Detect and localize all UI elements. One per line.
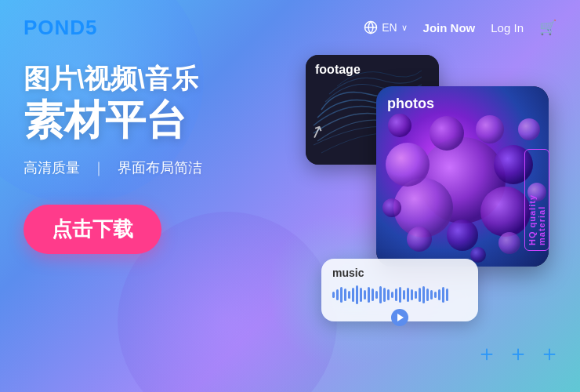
wave-bar xyxy=(403,290,405,299)
hq-label: HQ quality material xyxy=(524,149,549,251)
cart-icon[interactable]: 🛒 xyxy=(539,19,556,36)
wave-bar xyxy=(391,292,393,298)
wave-bar xyxy=(364,290,366,299)
footage-label: footage xyxy=(315,63,361,77)
wave-bar xyxy=(356,285,358,304)
join-now-button[interactable]: Join Now xyxy=(423,21,476,34)
cta-button[interactable]: 点击下载 xyxy=(24,205,161,254)
logo: POND5 xyxy=(24,16,98,40)
svg-point-12 xyxy=(447,220,478,251)
wave-bar xyxy=(383,288,386,302)
wave-bar xyxy=(348,291,350,299)
wave-bar xyxy=(430,290,433,299)
wave-bar xyxy=(426,289,429,301)
svg-point-13 xyxy=(407,227,432,252)
wave-bar xyxy=(419,288,421,302)
svg-point-10 xyxy=(388,114,411,137)
svg-point-11 xyxy=(518,118,540,140)
wave-bar xyxy=(438,289,440,300)
chevron-down-icon: ∨ xyxy=(401,23,408,33)
photos-label: photos xyxy=(387,96,434,112)
svg-point-8 xyxy=(430,116,464,151)
wave-bar xyxy=(379,286,382,303)
navigation: EN ∨ Join Now Log In 🛒 xyxy=(364,19,556,36)
music-card: music xyxy=(321,259,478,321)
plus-signs: ＋ ＋ ＋ xyxy=(476,339,560,368)
language-selector[interactable]: EN ∨ xyxy=(364,20,407,34)
svg-point-15 xyxy=(382,198,401,217)
music-label: music xyxy=(332,267,467,279)
main-container: POND5 EN ∨ Join Now Log In 🛒 图片\视频\音乐 素材… xyxy=(0,0,580,392)
wave-bar xyxy=(434,292,437,298)
hq-badge: HQ quality material xyxy=(521,149,553,251)
wave-bar xyxy=(407,288,409,302)
play-button[interactable] xyxy=(391,309,408,326)
plus-sign-3: ＋ xyxy=(538,339,560,368)
wave-bar xyxy=(387,289,390,300)
login-button[interactable]: Log In xyxy=(491,21,524,34)
wave-bar xyxy=(368,287,370,303)
wave-bar xyxy=(395,289,397,301)
wave-bar xyxy=(352,288,354,302)
wave-bar xyxy=(442,287,444,303)
wave-bar xyxy=(336,289,339,300)
subtitle-right: 界面布局简洁 xyxy=(118,160,202,176)
cards-area: footage photos xyxy=(298,47,564,345)
subtitle-left: 高清质量 xyxy=(24,160,80,176)
wave-bar xyxy=(375,291,378,299)
plus-sign-2: ＋ xyxy=(507,339,529,368)
wave-bar xyxy=(446,289,448,301)
wave-bar xyxy=(340,287,343,303)
language-label: EN xyxy=(382,21,397,34)
svg-point-6 xyxy=(386,143,430,187)
wave-bar xyxy=(344,289,346,301)
svg-point-9 xyxy=(476,115,504,143)
wave-bar xyxy=(415,291,417,299)
wave-bar xyxy=(360,288,362,302)
wave-bar xyxy=(422,286,425,303)
wave-bar xyxy=(372,289,374,301)
play-icon xyxy=(397,314,404,321)
wave-bar xyxy=(411,289,413,300)
svg-point-14 xyxy=(498,232,520,254)
wave-bar xyxy=(399,287,401,303)
plus-sign-1: ＋ xyxy=(476,339,498,368)
subtitle-divider: ｜ xyxy=(92,160,106,176)
waveform xyxy=(332,284,467,306)
globe-icon xyxy=(364,20,378,34)
wave-bar xyxy=(332,292,335,298)
